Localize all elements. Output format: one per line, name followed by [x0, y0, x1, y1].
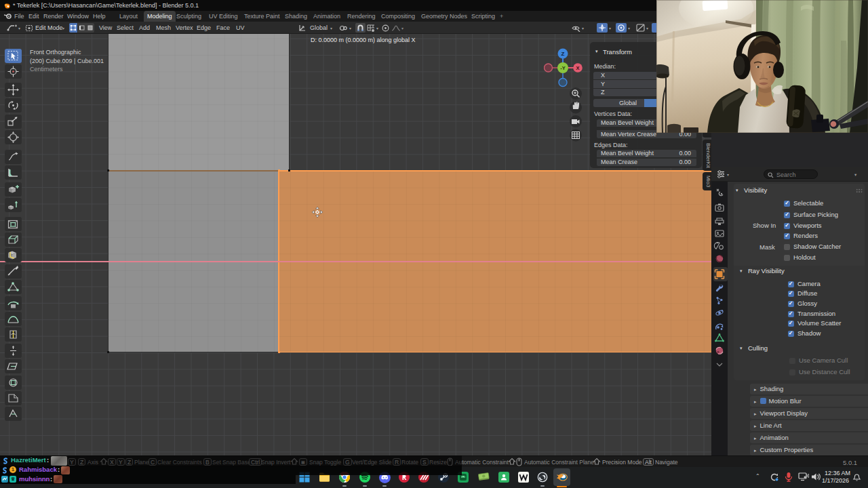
- svg-text:Z: Z: [561, 51, 565, 57]
- svg-text:-Y: -Y: [560, 65, 566, 71]
- svg-text:X: X: [576, 65, 579, 71]
